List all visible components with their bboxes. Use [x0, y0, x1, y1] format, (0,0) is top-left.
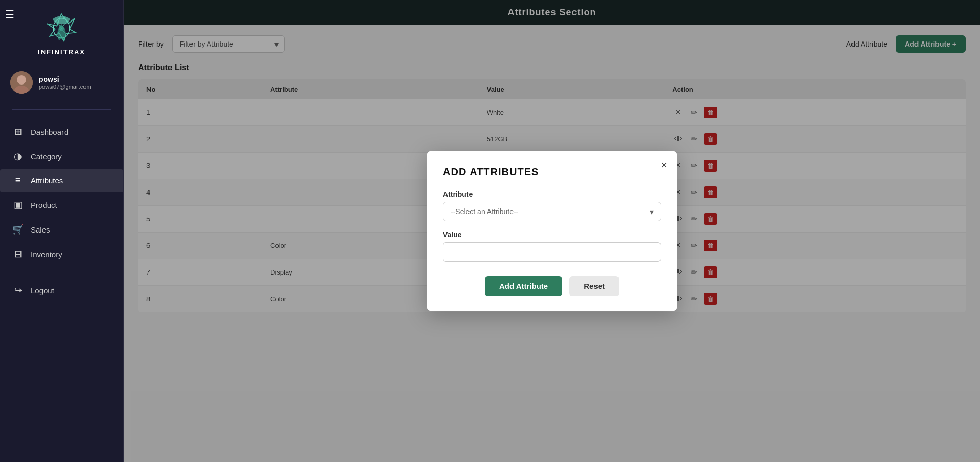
- sidebar-item-inventory[interactable]: ⊟ Inventory: [0, 242, 123, 266]
- main-content: Attributes Section Filter by Filter by A…: [124, 0, 980, 462]
- value-field-label: Value: [443, 230, 661, 239]
- modal-footer: Add Attribute Reset: [443, 276, 661, 296]
- svg-point-6: [17, 75, 26, 85]
- avatar-icon: [10, 71, 33, 94]
- product-icon: ▣: [12, 199, 24, 211]
- sales-icon: 🛒: [12, 224, 24, 235]
- sidebar-item-label-attributes: Attributes: [31, 176, 63, 185]
- category-icon: ◑: [12, 151, 24, 162]
- attributes-icon: ≡: [12, 175, 24, 186]
- sidebar-item-logout[interactable]: ↪ Logout: [0, 279, 123, 302]
- sidebar-item-label-logout: Logout: [31, 286, 54, 295]
- user-details: powsi powsi07@gmail.com: [39, 75, 91, 90]
- attribute-form-group: Attribute --Select an Attribute--: [443, 190, 661, 221]
- sidebar-item-label-category: Category: [31, 152, 62, 161]
- user-email: powsi07@gmail.com: [39, 83, 91, 90]
- dashboard-icon: ⊞: [12, 126, 24, 137]
- sidebar-logo: INFINITRAX: [38, 10, 86, 56]
- modal-add-attribute-button[interactable]: Add Attribute: [485, 276, 562, 296]
- attribute-field-label: Attribute: [443, 190, 661, 198]
- logout-icon: ↪: [12, 285, 24, 296]
- user-profile: powsi powsi07@gmail.com: [0, 66, 123, 99]
- app-name: INFINITRAX: [38, 48, 86, 56]
- add-attributes-modal: × ADD ATTRIBUTES Attribute --Select an A…: [427, 151, 677, 311]
- sidebar-item-label-dashboard: Dashboard: [31, 128, 68, 136]
- sidebar-item-label-product: Product: [31, 201, 57, 209]
- value-input[interactable]: [443, 242, 661, 262]
- attribute-select-wrapper: --Select an Attribute--: [443, 202, 661, 221]
- sidebar-item-label-sales: Sales: [31, 225, 50, 234]
- user-name: powsi: [39, 75, 91, 83]
- attribute-select[interactable]: --Select an Attribute--: [443, 202, 661, 221]
- inventory-icon: ⊟: [12, 248, 24, 260]
- sidebar-divider: [12, 109, 111, 110]
- value-form-group: Value: [443, 230, 661, 262]
- modal-overlay: × ADD ATTRIBUTES Attribute --Select an A…: [124, 0, 980, 462]
- modal-close-button[interactable]: ×: [661, 160, 667, 171]
- sidebar-item-category[interactable]: ◑ Category: [0, 144, 123, 168]
- sidebar-item-sales[interactable]: 🛒 Sales: [0, 218, 123, 241]
- logo-bird-icon: [44, 10, 79, 46]
- avatar: [10, 71, 33, 94]
- sidebar: ☰ INFINITRAX powsi powsi07@gmail.com: [0, 0, 124, 462]
- sidebar-nav: ⊞ Dashboard ◑ Category ≡ Attributes ▣ Pr…: [0, 120, 123, 302]
- sidebar-item-dashboard[interactable]: ⊞ Dashboard: [0, 120, 123, 143]
- sidebar-divider-2: [12, 272, 111, 272]
- sidebar-item-product[interactable]: ▣ Product: [0, 193, 123, 217]
- menu-toggle-icon[interactable]: ☰: [5, 8, 14, 20]
- modal-reset-button[interactable]: Reset: [569, 276, 619, 296]
- sidebar-item-label-inventory: Inventory: [31, 250, 62, 259]
- sidebar-item-attributes[interactable]: ≡ Attributes: [0, 169, 123, 192]
- modal-title: ADD ATTRIBUTES: [443, 166, 661, 178]
